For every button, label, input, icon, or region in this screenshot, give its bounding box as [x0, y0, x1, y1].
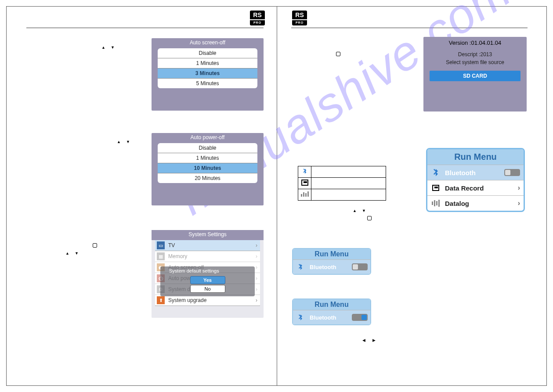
memory-icon: ▦ [157, 252, 165, 260]
row-label: TV [168, 242, 175, 248]
bluetooth-cell-icon [298, 166, 311, 178]
run-menu-title: Run Menu [293, 299, 370, 310]
option-10min[interactable]: 10 Minutes [158, 163, 257, 173]
version-panel: Version :01.04.01.04 Descript :2013 Sele… [423, 37, 527, 111]
auto-screen-off-panel: Auto screen-off Disable 1 Minutes 3 Minu… [152, 38, 264, 111]
save-icon [431, 183, 441, 193]
logo-top: RS [292, 11, 307, 19]
bluetooth-icon [296, 313, 305, 322]
option-1min[interactable]: 1 Minutes [158, 153, 257, 163]
table-cell [311, 189, 386, 201]
stop-icon [336, 52, 340, 56]
rule-left [26, 28, 264, 28]
bluetooth-icon [431, 168, 441, 177]
logo-bot: PRO [292, 20, 307, 25]
run-menu-small-off: Run Menu Bluetooth [292, 248, 371, 275]
logo-bot: PRO [250, 20, 265, 25]
stop-icon [93, 243, 97, 248]
run-menu-small-on: Run Menu Bluetooth [292, 298, 371, 325]
table-cell [311, 178, 386, 189]
up-down-arrows: ▲▼ [65, 251, 84, 255]
item-label: Bluetooth [445, 169, 476, 176]
datalog-cell-icon [298, 189, 311, 201]
table-cell [311, 166, 386, 178]
dialog-title: System default settings [160, 268, 255, 275]
save-cell-icon [298, 178, 311, 189]
upgrade-icon: ⬆ [157, 296, 165, 304]
system-settings-panel: System Settings ▭ TV › ▦ Memory › ◐ Auto… [152, 230, 264, 318]
run-item-data-record[interactable]: Data Record › [427, 180, 524, 195]
left-right-arrows: ◀▶ [362, 338, 383, 342]
option-list: Disable 1 Minutes 10 Minutes 20 Minutes [158, 143, 257, 183]
version-descript: Descript :2013 [423, 50, 527, 58]
rs-pro-logo-right: RS PRO [292, 11, 307, 25]
run-menu-card: Run Menu Bluetooth Data Record › Datalog… [426, 148, 525, 212]
option-list: Disable 1 Minutes 3 Minutes 5 Minutes [158, 48, 257, 88]
settings-row-upgrade[interactable]: ⬆ System upgrade › [155, 295, 260, 306]
item-label: Data Record [445, 184, 484, 192]
chevron-right-icon: › [256, 242, 257, 248]
sd-card-button[interactable]: SD CARD [430, 71, 520, 81]
version-title: Version :01.04.01.04 [423, 37, 527, 50]
option-disable[interactable]: Disable [158, 143, 257, 153]
panel-title: Auto screen-off [152, 38, 264, 48]
run-menu-title: Run Menu [293, 249, 370, 259]
panel-title: System Settings [152, 230, 264, 240]
run-item-bluetooth[interactable]: Bluetooth [293, 310, 370, 324]
option-3min[interactable]: 3 Minutes [158, 68, 257, 79]
run-item-bluetooth[interactable]: Bluetooth [427, 165, 524, 180]
option-1min[interactable]: 1 Minutes [158, 58, 257, 68]
row-label: Memory [168, 253, 187, 259]
chevron-right-icon: › [256, 264, 257, 270]
up-down-arrows: ▲▼ [117, 140, 135, 144]
row-label: System upgrade [168, 297, 206, 303]
chevron-right-icon: › [256, 286, 257, 292]
run-item-datalog[interactable]: Datalog › [427, 195, 524, 211]
feature-table [298, 166, 386, 201]
run-menu-title: Run Menu [427, 149, 524, 165]
auto-power-off-panel: Auto power-off Disable 1 Minutes 10 Minu… [152, 133, 264, 205]
stop-icon [367, 216, 372, 220]
bluetooth-toggle-on[interactable] [352, 314, 368, 321]
option-disable[interactable]: Disable [158, 48, 257, 58]
item-label: Datalog [445, 200, 469, 207]
dialog-yes-button[interactable]: Yes [190, 276, 225, 284]
chevron-right-icon: › [256, 253, 257, 259]
bluetooth-toggle[interactable] [504, 169, 520, 176]
option-5min[interactable]: 5 Minutes [158, 79, 257, 88]
chevron-right-icon: › [256, 297, 257, 303]
chevron-right-icon: › [518, 199, 520, 207]
tv-icon: ▭ [157, 241, 165, 249]
dialog-no-button[interactable]: No [190, 285, 225, 293]
datalog-icon [431, 198, 441, 208]
item-label: Bluetooth [310, 314, 336, 321]
option-20min[interactable]: 20 Minutes [158, 173, 257, 183]
settings-row-tv[interactable]: ▭ TV › [155, 240, 260, 251]
rs-pro-logo-left: RS PRO [250, 11, 265, 25]
version-prompt: Select system file source [423, 58, 527, 66]
up-down-arrows: ▲▼ [101, 45, 120, 50]
chevron-right-icon: › [256, 275, 257, 281]
panel-title: Auto power-off [152, 133, 264, 143]
bluetooth-icon [296, 262, 305, 272]
rule-right [291, 28, 528, 28]
up-down-arrows: ▲▼ [353, 209, 371, 213]
run-item-bluetooth[interactable]: Bluetooth [293, 259, 370, 274]
item-label: Bluetooth [310, 264, 336, 270]
settings-row-memory[interactable]: ▦ Memory › [155, 251, 260, 262]
logo-top: RS [250, 11, 265, 19]
chevron-right-icon: › [518, 184, 520, 192]
default-settings-dialog: System default settings Yes No [160, 266, 255, 296]
page-divider [277, 6, 277, 386]
bluetooth-toggle-off[interactable] [352, 263, 368, 270]
